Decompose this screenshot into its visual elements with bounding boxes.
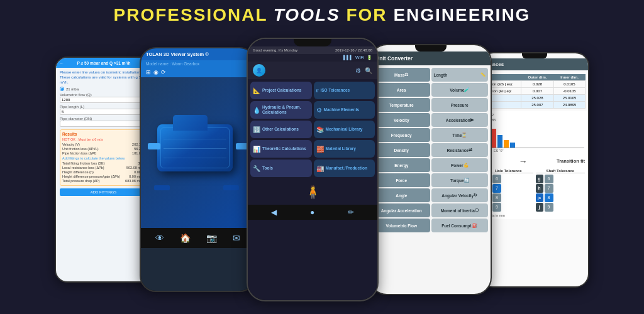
unit-btn-velocity[interactable]: Velocity	[373, 113, 430, 127]
phone2-mail-icon[interactable]: ✉	[233, 233, 240, 243]
phone3-hydraulic-btn[interactable]: 💧 Hydraulic & Pneum. Calculations	[250, 101, 312, 119]
phone5-shaft-tolerance-col: Shaft Tolerance g 6 h 7 js	[536, 169, 586, 212]
phone1-flow-input[interactable]: 1200	[60, 97, 147, 103]
unit-btn-force[interactable]: Force	[373, 173, 430, 187]
grade-num-8a[interactable]: 8	[492, 193, 501, 202]
phone1-pressure-selector[interactable]: 21 mba	[60, 87, 147, 91]
theoretic-icon: 📊	[253, 146, 260, 153]
unit-btn-torque[interactable]: Torque 🔄	[431, 173, 489, 187]
phone2-home-icon[interactable]: 🏠	[180, 233, 191, 243]
phone2-toolbar-icon3[interactable]: ⟳	[161, 69, 166, 75]
unit-btn-energy[interactable]: Energy	[373, 158, 430, 172]
phone-tolerances: arances Outer dim. Inner dim. ion (ES |	[479, 52, 589, 288]
phone3-signal-bar: ▌▌▌ WiFi 🔋	[248, 54, 377, 62]
phone1-radio-dot[interactable]	[60, 87, 64, 91]
grade-num-7b[interactable]: 7	[545, 184, 553, 193]
phone3-menu-row-3: 🔢 Other Calculations 📚 Mechanical Librar…	[250, 121, 375, 138]
phone1-length-input[interactable]: 5	[60, 109, 147, 115]
phone2-eye-icon[interactable]: 👁	[155, 233, 164, 243]
phone1-diameter-input[interactable]	[60, 121, 147, 127]
unit-btn-fuel-consumpt[interactable]: Fuel Consumpt. ⛽	[431, 219, 489, 232]
machine-elements-icon: ⚙	[316, 107, 322, 114]
unit-btn-power[interactable]: Power 💪	[431, 158, 489, 172]
phone3-other-calc-btn[interactable]: 🔢 Other Calculations	[250, 121, 312, 138]
unit-btn-frequency[interactable]: Frequency	[373, 128, 430, 142]
grade-letter-js[interactable]: js	[536, 193, 543, 202]
phone3-mech-lib-btn[interactable]: 📚 Mechanical Library	[314, 121, 375, 138]
phone5-bar-chart	[484, 123, 584, 148]
phone1-title: P ≤ 50 mbar and Q >31 m³/h	[77, 61, 131, 65]
phone1-results-box: Results NOT OK . Must be ≤ 6 m/s Velocit…	[60, 129, 147, 186]
acceleration-icon: ▶	[470, 117, 474, 122]
phone-unit-converter: Unit Converter Mass ⚖ Length📏 Area Volum…	[369, 44, 492, 295]
phone3-search-icon[interactable]: 🔍	[365, 67, 372, 74]
phone3-settings-icon[interactable]: ⚙	[355, 67, 361, 74]
phone3-project-calc-btn[interactable]: 📐 Project Calculations	[250, 82, 312, 99]
unit-btn-moment-inertia[interactable]: Moment of Inertia ⬡	[431, 203, 489, 217]
unit-btn-volume[interactable]: Volume 🧪	[431, 83, 489, 97]
title-word-tools: TOOLS	[274, 5, 340, 24]
grade-num-8b[interactable]: 8	[545, 193, 553, 202]
phone5-shaft-tolerance-label: Shaft Tolerance	[536, 169, 586, 173]
grade-letter-j[interactable]: j	[536, 203, 543, 212]
unit-btn-acceleration[interactable]: Acceleration ▶	[431, 113, 489, 127]
phone3-material-lib-btn[interactable]: 🧱 Material Library	[314, 140, 375, 158]
unit-btn-angle[interactable]: Angle	[373, 188, 430, 202]
phone3-iso-tol-btn[interactable]: // ISO Tolerances	[314, 82, 375, 99]
unit-btn-temperature[interactable]: Temperature	[373, 98, 430, 112]
phone3-theoretic-btn[interactable]: 📊 Theoretic Calculations	[250, 140, 312, 158]
unit-btn-length[interactable]: Length📏	[431, 68, 489, 82]
phone3-share-icon[interactable]: ◀	[271, 208, 277, 217]
tol-cell-val2-outer: 25.007	[521, 101, 553, 108]
phone3-manufact-btn[interactable]: 🏭 Manufact./Production	[314, 160, 375, 177]
grade-letter-g[interactable]: g	[536, 175, 543, 183]
phone5-dimensions-note: ions: ts in mm	[484, 214, 585, 217]
phone5-arrow-icon: →	[519, 156, 528, 166]
phone1-add-fittings-btn[interactable]: ADD FITTINGS	[60, 188, 147, 196]
phone5-transition-fit-label: Transition fit	[557, 158, 585, 164]
grade-num-6b[interactable]: 6	[545, 175, 553, 183]
phone2-toolbar-icon1[interactable]: ⊞	[146, 69, 151, 75]
unit-btn-resistance[interactable]: Resistance ⇌	[431, 143, 489, 157]
grade-num-6a[interactable]: 6	[492, 175, 501, 183]
theoretic-label: Theoretic Calculations	[262, 146, 306, 151]
unit-btn-angular-acc[interactable]: Angular Acceleration	[373, 203, 430, 217]
power-icon: 💪	[464, 163, 469, 168]
phone3-bottom-nav: ◀ ● ✏	[248, 205, 377, 220]
phone2-nav-bar: 👁 🏠 📷 ✉	[141, 228, 255, 248]
phone3-edit-icon[interactable]: ✏	[348, 208, 354, 217]
phone1-unit-friction-row: Unit friction loss (ΔPf/L) 56.200	[62, 147, 145, 151]
phone3-header: 👤 ⚙ 🔍	[248, 62, 377, 79]
unit-btn-pressure[interactable]: Pressure	[431, 98, 489, 112]
unit-btn-volumetric-flow[interactable]: Volumetric Flow	[373, 219, 430, 232]
grade-num-7a[interactable]: 7	[492, 184, 501, 193]
phone3-tools-btn[interactable]: 🔧 Tools	[250, 160, 312, 177]
phone1-back-icon[interactable]: ←	[60, 61, 64, 65]
phones-container: ← P ≤ 50 mbar and Q >31 m³/h ⚙ Please en…	[0, 29, 644, 310]
phone3-circle-icon[interactable]: ●	[310, 208, 314, 217]
phone1-local-resistance-row: Local resistance loss (ΔPb) 502.08 mba	[62, 166, 145, 170]
phone1-instruction-label: Please enter line values on isometric in…	[60, 70, 147, 85]
chart-label-es: ES "0"	[494, 149, 504, 153]
resistance-icon: ⇌	[469, 148, 472, 153]
phone2-toolbar-icon2[interactable]: ◉	[153, 69, 158, 75]
phone5-grade-g6: g 6	[536, 175, 586, 183]
phone3-machine-elements-btn[interactable]: ⚙ Machine Elements	[314, 101, 375, 119]
phone2-camera-icon[interactable]: 📷	[206, 233, 217, 243]
unit-btn-angular-velocity[interactable]: Angular Velocity ↻	[431, 188, 489, 202]
tol-row-es: ion (ES | es): 0.028 0.0105	[484, 80, 586, 87]
project-calc-label: Project Calculations	[262, 88, 302, 93]
unit-btn-time[interactable]: Time ⏳	[431, 128, 489, 142]
phone4-title: Unit Converter	[375, 55, 413, 62]
grade-num-9a[interactable]: 9	[492, 203, 501, 212]
length-icon: 📏	[480, 72, 486, 77]
iso-tol-label: ISO Tolerances	[320, 88, 350, 93]
grade-letter-h[interactable]: h	[536, 184, 543, 193]
tol-row-val2: 25.007 24.9895	[484, 101, 586, 108]
unit-btn-area[interactable]: Area	[373, 83, 430, 97]
grade-num-9b[interactable]: 9	[545, 203, 553, 212]
title-word-engineering: ENGINEERING	[393, 5, 530, 24]
torque-icon: 🔄	[464, 178, 469, 183]
unit-btn-density[interactable]: Density	[373, 143, 430, 157]
unit-btn-mass[interactable]: Mass ⚖	[373, 68, 430, 82]
